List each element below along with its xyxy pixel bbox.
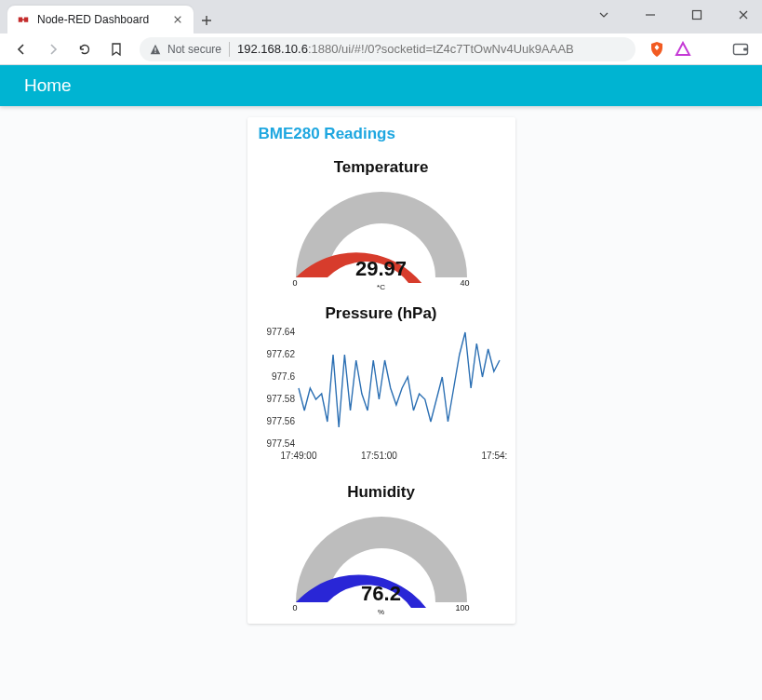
not-secure-indicator[interactable]: Not secure xyxy=(149,43,221,56)
url-bar[interactable]: Not secure 192.168.10.6:1880/ui/#!/0?soc… xyxy=(140,37,635,61)
extension-icons xyxy=(645,41,695,58)
humidity-title: Humidity xyxy=(247,476,515,505)
svg-text:977.58: 977.58 xyxy=(266,394,295,404)
svg-text:17:49:00: 17:49:00 xyxy=(280,451,316,461)
bookmark-button[interactable] xyxy=(102,36,130,62)
wallet-icon[interactable] xyxy=(727,36,755,62)
browser-tab[interactable]: Node-RED Dashboard xyxy=(7,6,194,34)
tab-title: Node-RED Dashboard xyxy=(37,13,164,26)
svg-text:977.54: 977.54 xyxy=(266,438,295,449)
new-tab-button[interactable] xyxy=(194,7,220,34)
dashboard-header: Home xyxy=(0,65,762,106)
humidity-widget: Humidity 76.2 % 0 100 xyxy=(247,472,515,618)
svg-rect-0 xyxy=(693,11,702,20)
temperature-title: Temperature xyxy=(247,151,515,181)
browser-titlebar: Node-RED Dashboard xyxy=(0,0,762,34)
temperature-unit: *C xyxy=(377,283,385,291)
temperature-value: 29.97 xyxy=(355,257,407,281)
svg-text:977.64: 977.64 xyxy=(266,327,295,337)
pressure-chart: 977.54977.56977.58977.6977.62977.6417:49… xyxy=(247,327,515,466)
page-title: Home xyxy=(24,75,72,96)
url-separator xyxy=(229,42,230,57)
browser-toolbar: Not secure 192.168.10.6:1880/ui/#!/0?soc… xyxy=(0,34,762,65)
close-window-icon[interactable] xyxy=(730,4,756,26)
svg-rect-4 xyxy=(743,47,748,50)
url-text: 192.168.10.6:1880/ui/#!/0?socketid=tZ4c7… xyxy=(237,42,574,56)
readings-card: BME280 Readings Temperature 29.97 *C 0 4… xyxy=(247,117,515,624)
back-button[interactable] xyxy=(7,36,35,62)
node-red-favicon xyxy=(17,13,30,26)
url-path: /ui/#!/0?socketid=tZ4c7TtOwNv4Uuk9AAAB xyxy=(338,42,573,56)
humidity-gauge: 76.2 % 0 100 xyxy=(247,505,515,612)
svg-rect-1 xyxy=(154,47,155,51)
brave-triangle-icon[interactable] xyxy=(675,41,691,58)
humidity-value: 76.2 xyxy=(361,582,401,606)
maximize-icon[interactable] xyxy=(684,4,710,26)
security-label: Not secure xyxy=(167,43,221,56)
pressure-title: Pressure (hPa) xyxy=(247,297,515,327)
svg-text:977.6: 977.6 xyxy=(271,371,294,382)
close-tab-icon[interactable] xyxy=(171,13,184,26)
chevron-down-icon[interactable] xyxy=(591,4,617,26)
svg-rect-2 xyxy=(154,51,155,52)
window-controls xyxy=(591,4,756,26)
svg-text:977.56: 977.56 xyxy=(266,416,295,426)
temperature-widget: Temperature 29.97 *C 0 40 xyxy=(247,147,515,293)
pressure-widget: Pressure (hPa) 977.54977.56977.58977.697… xyxy=(247,293,515,472)
svg-text:977.62: 977.62 xyxy=(266,349,295,359)
url-port: :1880 xyxy=(308,42,339,56)
forward-button[interactable] xyxy=(39,36,67,62)
humidity-unit: % xyxy=(378,608,384,616)
url-host: 192.168.10.6 xyxy=(237,42,308,56)
minimize-icon[interactable] xyxy=(637,4,663,26)
page-viewport: Home BME280 Readings Temperature 29.97 *… xyxy=(0,65,762,700)
reload-button[interactable] xyxy=(71,36,99,62)
svg-text:17:51:00: 17:51:00 xyxy=(360,451,396,461)
brave-shield-icon[interactable] xyxy=(648,41,665,58)
svg-text:17:54:00: 17:54:00 xyxy=(481,451,506,461)
card-title: BME280 Readings xyxy=(247,117,515,147)
temperature-gauge: 29.97 *C 0 40 xyxy=(247,181,515,288)
